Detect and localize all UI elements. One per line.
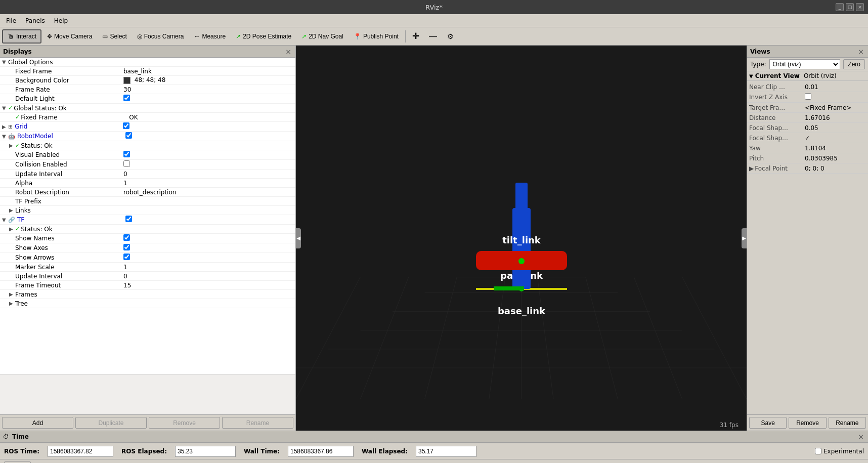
background-color-row[interactable]: Background Color 48; 48; 48 <box>0 76 295 85</box>
save-view-btn[interactable]: Save <box>749 417 787 429</box>
grid-row[interactable]: ▶ ⊞ Grid <box>0 122 295 132</box>
target-frame-row[interactable]: Target Fra… <Fixed Frame> <box>747 103 868 113</box>
show-names-row[interactable]: Show Names <box>0 234 295 243</box>
tf-arrow[interactable]: ▼ <box>2 217 8 223</box>
robot-description-row[interactable]: Robot Description robot_description <box>0 188 295 197</box>
zero-btn[interactable]: Zero <box>843 59 865 69</box>
robot-status-row[interactable]: ▶ ✓ Status: Ok <box>0 141 295 150</box>
frame-rate-row[interactable]: Frame Rate 30 <box>0 85 295 94</box>
grid-checkbox[interactable] <box>123 122 129 129</box>
move-camera-tool[interactable]: ✥ Move Camera <box>42 29 97 44</box>
global-options-arrow[interactable]: ▼ <box>2 59 8 65</box>
global-options-row[interactable]: ▼ Global Options <box>0 58 295 67</box>
ros-time-field[interactable] <box>48 446 113 457</box>
select-tool[interactable]: ▭ Select <box>98 29 131 44</box>
global-status-arrow[interactable]: ▼ <box>2 105 8 111</box>
viewport-left-collapse[interactable]: ◀ <box>296 228 301 248</box>
show-names-checkbox[interactable] <box>123 234 130 241</box>
focus-camera-tool[interactable]: ◎ Focus Camera <box>133 29 189 44</box>
tf-status-arrow[interactable]: ▶ <box>9 226 15 232</box>
fixed-frame-row[interactable]: Fixed Frame base_link <box>0 67 295 76</box>
robot-model-checkbox[interactable] <box>125 132 132 139</box>
show-axes-row[interactable]: Show Axes <box>0 243 295 253</box>
toolbar-extra-3[interactable]: ⚙ <box>443 29 458 44</box>
wall-elapsed-field[interactable] <box>416 446 476 457</box>
fixed-frame-status-row[interactable]: ✓ Fixed Frame OK <box>0 113 295 122</box>
robot-status-arrow[interactable]: ▶ <box>9 143 15 148</box>
focal-shape2-row[interactable]: Focal Shap… ✓ <box>747 133 868 143</box>
toolbar-extra-2[interactable]: — <box>424 29 442 44</box>
links-row[interactable]: ▶ Links <box>0 206 295 215</box>
tree-row[interactable]: ▶ Tree <box>0 299 295 308</box>
focal-shape1-row[interactable]: Focal Shap… 0.05 <box>747 123 868 133</box>
global-status-row[interactable]: ▼ ✓ Global Status: Ok <box>0 104 295 113</box>
default-light-checkbox[interactable] <box>123 95 130 101</box>
add-display-btn[interactable]: Add <box>2 417 73 429</box>
pose-estimate-tool[interactable]: ↗ 2D Pose Estimate <box>231 29 296 44</box>
focal-point-arrow[interactable]: ▶ <box>749 165 754 172</box>
nav-goal-tool[interactable]: ↗ 2D Nav Goal <box>297 29 348 44</box>
rename-display-btn[interactable]: Rename <box>222 417 293 429</box>
alpha-row[interactable]: Alpha 1 <box>0 179 295 188</box>
ros-elapsed-field[interactable] <box>175 446 236 457</box>
remove-view-btn[interactable]: Remove <box>789 417 826 429</box>
update-interval-tf-row[interactable]: Update Interval 0 <box>0 272 295 281</box>
current-view-header[interactable]: ▼ Current View Orbit (rviz) <box>747 71 868 81</box>
displays-close-btn[interactable]: × <box>284 48 292 56</box>
minimize-btn[interactable]: _ <box>836 3 844 11</box>
alpha-label: Alpha <box>15 180 121 187</box>
links-arrow[interactable]: ▶ <box>9 207 15 213</box>
viewport[interactable]: base_link pan_link tilt_link ◀ ▶ 3 <box>296 46 747 431</box>
tf-row[interactable]: ▼ 🔗 TF <box>0 215 295 225</box>
frames-row[interactable]: ▶ Frames <box>0 290 295 299</box>
default-light-row[interactable]: Default Light <box>0 94 295 104</box>
show-arrows-row[interactable]: Show Arrows <box>0 253 295 263</box>
robot-model-label: RobotModel <box>17 133 123 140</box>
focal-point-row[interactable]: ▶Focal Point 0; 0; 0 <box>747 163 868 174</box>
rename-view-btn[interactable]: Rename <box>829 417 866 429</box>
views-close-btn[interactable]: × <box>857 48 865 56</box>
marker-scale-row[interactable]: Marker Scale 1 <box>0 263 295 272</box>
experimental-checkbox[interactable] <box>815 448 821 454</box>
yaw-row[interactable]: Yaw 1.8104 <box>747 143 868 153</box>
tf-checkbox[interactable] <box>125 216 132 222</box>
distance-row[interactable]: Distance 1.67016 <box>747 113 868 123</box>
grid-arrow[interactable]: ▶ <box>2 124 8 130</box>
near-clip-row[interactable]: Near Clip … 0.01 <box>747 82 868 92</box>
remove-display-btn[interactable]: Remove <box>149 417 220 429</box>
tf-prefix-row[interactable]: TF Prefix <box>0 197 295 206</box>
pitch-row[interactable]: Pitch 0.0303985 <box>747 153 868 163</box>
close-btn[interactable]: × <box>856 3 864 11</box>
tf-status-row[interactable]: ▶ ✓ Status: Ok <box>0 225 295 234</box>
statusbar: ROS Time: ROS Elapsed: Wall Time: Wall E… <box>0 443 868 459</box>
maximize-btn[interactable]: □ <box>846 3 854 11</box>
type-select[interactable]: Orbit (rviz) <box>769 59 841 69</box>
update-interval-robot-row[interactable]: Update Interval 0 <box>0 170 295 179</box>
visual-enabled-row[interactable]: Visual Enabled <box>0 150 295 160</box>
interact-tool[interactable]: 🖱 Interact <box>2 29 41 44</box>
robot-model-arrow[interactable]: ▼ <box>2 134 8 139</box>
menu-help[interactable]: Help <box>50 16 72 25</box>
invert-z-checkbox[interactable] <box>805 93 811 100</box>
tree-arrow[interactable]: ▶ <box>9 301 15 306</box>
publish-point-tool[interactable]: 📍 Publish Point <box>349 29 403 44</box>
frame-timeout-row[interactable]: Frame Timeout 15 <box>0 281 295 290</box>
robot-model-row[interactable]: ▼ 🤖 RobotModel <box>0 132 295 141</box>
time-close-btn[interactable]: × <box>857 433 865 441</box>
measure-tool[interactable]: ↔ Measure <box>189 29 230 44</box>
toolbar-extra-1[interactable]: ✛ <box>408 29 423 44</box>
frames-arrow[interactable]: ▶ <box>9 291 15 297</box>
menu-file[interactable]: File <box>2 16 20 25</box>
displays-content[interactable]: ▼ Global Options Fixed Frame base_link B… <box>0 58 295 374</box>
show-axes-checkbox[interactable] <box>123 244 130 250</box>
menu-panels[interactable]: Panels <box>21 16 49 25</box>
collision-enabled-row[interactable]: Collision Enabled <box>0 160 295 170</box>
invert-z-row[interactable]: Invert Z Axis <box>747 92 868 103</box>
duplicate-display-btn[interactable]: Duplicate <box>75 417 147 429</box>
update-interval-robot-value: 0 <box>121 171 295 178</box>
visual-enabled-checkbox[interactable] <box>123 151 130 157</box>
viewport-right-collapse[interactable]: ▶ <box>742 228 747 248</box>
wall-time-field[interactable] <box>288 446 354 457</box>
show-arrows-checkbox[interactable] <box>123 254 130 260</box>
collision-enabled-checkbox[interactable] <box>123 160 130 167</box>
